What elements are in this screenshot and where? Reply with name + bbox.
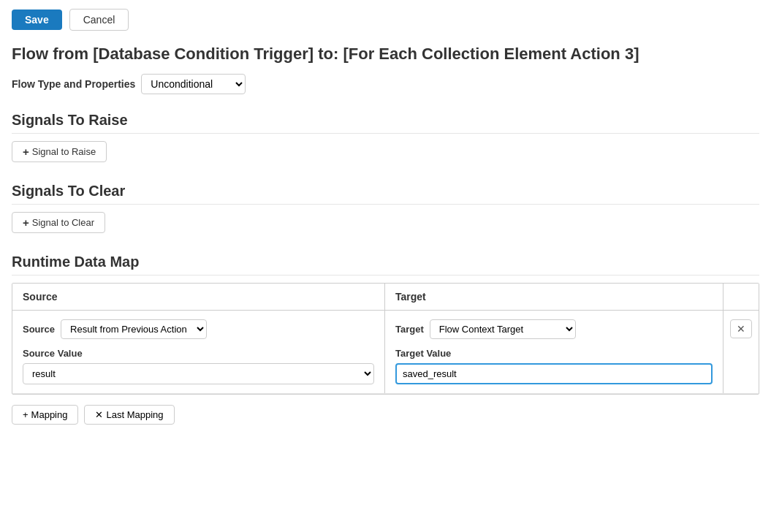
source-value-label: Source Value: [23, 348, 374, 359]
remove-last-mapping-button[interactable]: ✕ Last Mapping: [84, 405, 174, 425]
plus-icon: +: [23, 145, 29, 158]
signals-clear-section: Signals To Clear + Signal to Clear: [12, 183, 759, 233]
target-type-row: Target Flow Context Target Action Input: [395, 319, 713, 339]
target-field-label: Target: [395, 324, 424, 335]
add-signal-clear-button[interactable]: + Signal to Clear: [12, 212, 105, 233]
runtime-data-map-title: Runtime Data Map: [12, 254, 759, 276]
target-value-input[interactable]: [395, 363, 713, 384]
source-type-select[interactable]: Result from Previous Action Flow Context…: [61, 319, 207, 339]
target-type-select[interactable]: Flow Context Target Action Input: [430, 319, 576, 339]
remove-last-mapping-label: Last Mapping: [106, 409, 163, 420]
action-cell: ✕: [723, 311, 759, 393]
toolbar: Save Cancel: [12, 9, 759, 31]
remove-row-button[interactable]: ✕: [730, 319, 752, 338]
table-header: Source Target: [12, 284, 759, 311]
page-title: Flow from [Database Condition Trigger] t…: [12, 44, 759, 65]
source-field-label: Source: [23, 324, 55, 335]
source-value-select[interactable]: result: [23, 363, 374, 384]
flow-type-row: Flow Type and Properties Unconditional C…: [12, 74, 759, 94]
signals-raise-section: Signals To Raise + Signal to Raise: [12, 112, 759, 162]
plus-icon-clear: +: [23, 216, 29, 229]
source-column-header: Source: [12, 284, 385, 310]
flow-type-label: Flow Type and Properties: [12, 78, 135, 90]
target-value-section: Target Value: [395, 348, 713, 384]
add-signal-raise-button[interactable]: + Signal to Raise: [12, 141, 107, 162]
action-column-header: [723, 284, 759, 310]
source-type-row: Source Result from Previous Action Flow …: [23, 319, 374, 339]
source-value-section: Source Value result: [23, 348, 374, 384]
cancel-button[interactable]: Cancel: [69, 9, 129, 31]
times-icon-mapping: ✕: [95, 409, 103, 420]
data-map-table: Source Target Source Result from Previou…: [12, 283, 759, 395]
add-signal-raise-label: Signal to Raise: [32, 146, 96, 157]
add-mapping-label: Mapping: [31, 409, 68, 420]
add-signal-clear-label: Signal to Clear: [32, 217, 94, 228]
add-mapping-button[interactable]: + Mapping: [12, 405, 78, 425]
source-cell: Source Result from Previous Action Flow …: [12, 311, 385, 393]
target-cell: Target Flow Context Target Action Input …: [385, 311, 723, 393]
flow-type-select[interactable]: Unconditional Conditional: [141, 74, 246, 94]
target-column-header: Target: [385, 284, 723, 310]
signals-clear-title: Signals To Clear: [12, 183, 759, 205]
runtime-data-map-section: Runtime Data Map Source Target Source Re…: [12, 254, 759, 425]
plus-icon-mapping: +: [23, 409, 29, 420]
target-value-label: Target Value: [395, 348, 713, 359]
signals-raise-title: Signals To Raise: [12, 112, 759, 134]
save-button[interactable]: Save: [12, 10, 62, 30]
table-row: Source Result from Previous Action Flow …: [12, 311, 759, 394]
mapping-toolbar: + Mapping ✕ Last Mapping: [12, 405, 759, 425]
